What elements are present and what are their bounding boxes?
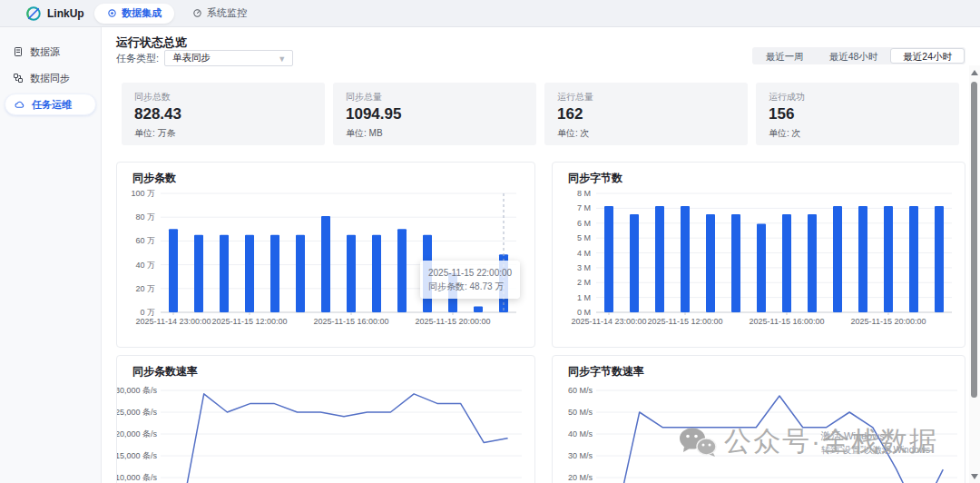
time-range-24h[interactable]: 最近24小时: [890, 48, 965, 64]
integration-icon: [107, 8, 117, 18]
chart-sync-count: 同步条数 100 万80 万60 万40 万20 万0 万2025-11-14 …: [116, 162, 535, 348]
svg-text:3 M: 3 M: [577, 263, 591, 272]
chart-sync-bytes-rate: 同步字节数速率 60 M/s50 M/s40 M/s30 M/s20 M/s: [552, 355, 965, 483]
wechat-watermark-text: 公众号·全栈数据: [724, 423, 938, 460]
stat-unit: 单位: 次: [557, 127, 735, 140]
svg-text:20,000 条/s: 20,000 条/s: [117, 429, 157, 439]
svg-text:10,000 条/s: 10,000 条/s: [117, 473, 157, 482]
bar-chart-canvas[interactable]: 100 万80 万60 万40 万20 万0 万2025-11-14 23:00…: [117, 163, 535, 348]
datasource-icon: [13, 46, 24, 57]
svg-text:30,000 条/s: 30,000 条/s: [117, 386, 157, 395]
linkup-logo-icon: [25, 5, 42, 22]
page-title: 运行状态总览: [116, 34, 187, 51]
svg-text:2025-11-15 16:00:00: 2025-11-15 16:00:00: [750, 317, 825, 326]
svg-text:25,000 条/s: 25,000 条/s: [117, 408, 157, 417]
chart-sync-count-rate: 同步条数速率 30,000 条/s25,000 条/s20,000 条/s15,…: [116, 355, 535, 483]
stat-label: 运行总量: [557, 91, 735, 104]
sidebar-item-datasource[interactable]: 数据源: [5, 41, 96, 63]
app-window: LinkUp 数据集成 系统监控: [0, 0, 980, 483]
scrollbar-down-icon[interactable]: [971, 474, 978, 479]
stat-value: 828.43: [134, 105, 312, 123]
scrollbar-thumb[interactable]: [971, 82, 977, 398]
chart-title: 同步字节数速率: [568, 364, 644, 380]
sidebar-item-label: 任务运维: [32, 98, 72, 112]
datasync-icon: [13, 73, 24, 84]
stat-card-run-total: 运行总量 162 单位: 次: [544, 83, 748, 145]
stat-value: 162: [557, 105, 735, 123]
stat-label: 同步总量: [346, 91, 524, 104]
svg-text:6 M: 6 M: [577, 219, 591, 228]
stat-cards: 同步总数 828.43 单位: 万条 同步总量 1094.95 单位: MB 运…: [122, 83, 959, 145]
monitor-icon: [192, 8, 202, 18]
svg-text:4 M: 4 M: [577, 249, 591, 258]
stat-card-run-success: 运行成功 156 单位: 次: [756, 83, 959, 145]
top-bar: LinkUp 数据集成 系统监控: [0, 0, 980, 27]
stat-unit: 单位: 次: [769, 127, 946, 140]
stat-unit: 单位: 万条: [134, 127, 312, 140]
svg-text:7 M: 7 M: [577, 203, 591, 212]
svg-text:80 万: 80 万: [135, 212, 155, 222]
tab-label: 数据集成: [122, 6, 162, 20]
chevron-down-icon: ▼: [278, 54, 286, 64]
stat-value: 156: [769, 105, 946, 123]
svg-text:1 M: 1 M: [577, 293, 591, 302]
main-content: 运行状态总览 任务类型: 单表同步 ▼ 最近一周 最近48小时 最近24小时 同…: [102, 27, 969, 483]
stat-unit: 单位: MB: [346, 127, 524, 140]
svg-text:8 M: 8 M: [577, 189, 591, 198]
time-range-control: 最近一周 最近48小时 最近24小时: [752, 47, 965, 64]
wechat-watermark: 公众号·全栈数据: [679, 423, 938, 460]
stat-label: 同步总数: [134, 91, 312, 104]
time-range-48h[interactable]: 最近48小时: [817, 48, 891, 64]
bar-chart-canvas[interactable]: 8 M7 M6 M5 M4 M3 M2 M1 M0 M2025-11-14 23…: [553, 163, 965, 348]
svg-text:2025-11-15 12:00:00: 2025-11-15 12:00:00: [212, 317, 288, 326]
svg-text:2025-11-14 23:00:00: 2025-11-14 23:00:00: [572, 317, 647, 326]
cloud-icon: [14, 99, 25, 111]
top-nav: 数据集成 系统监控: [94, 4, 260, 24]
svg-text:50 M/s: 50 M/s: [568, 408, 593, 417]
svg-text:20 M/s: 20 M/s: [568, 473, 593, 482]
svg-text:2025-11-15 20:00:00: 2025-11-15 20:00:00: [416, 317, 491, 326]
svg-text:100 万: 100 万: [131, 189, 155, 198]
stat-label: 运行成功: [769, 91, 946, 104]
app-logo: LinkUp: [0, 5, 102, 22]
tab-system-monitor[interactable]: 系统监控: [180, 4, 260, 24]
sidebar: 数据源 数据同步 任务运维: [0, 27, 102, 483]
wechat-icon: [679, 427, 717, 458]
chart-title: 同步条数速率: [132, 364, 198, 380]
svg-text:20 万: 20 万: [135, 284, 155, 293]
svg-text:2025-11-14 23:00:00: 2025-11-14 23:00:00: [136, 317, 211, 326]
time-range-week[interactable]: 最近一周: [753, 48, 817, 64]
task-type-select[interactable]: 单表同步 ▼: [164, 50, 293, 66]
vertical-scrollbar[interactable]: [969, 65, 980, 483]
scrollbar-up-icon[interactable]: [971, 70, 978, 75]
tooltip-value: 同步条数: 48.73 万: [428, 280, 512, 293]
sidebar-item-datasync[interactable]: 数据同步: [5, 67, 96, 89]
tooltip-time: 2025-11-15 22:00:00: [428, 266, 512, 280]
svg-text:2025-11-15 16:00:00: 2025-11-15 16:00:00: [314, 317, 389, 326]
svg-text:30 M/s: 30 M/s: [568, 451, 593, 460]
svg-text:0 M: 0 M: [577, 308, 591, 317]
app-title: LinkUp: [47, 7, 84, 20]
chart-title: 同步条数: [132, 171, 176, 186]
stat-card-sync-volume: 同步总量 1094.95 单位: MB: [333, 83, 536, 145]
svg-text:60 万: 60 万: [135, 236, 155, 245]
svg-text:40 M/s: 40 M/s: [568, 429, 593, 439]
svg-text:60 M/s: 60 M/s: [568, 386, 593, 395]
sidebar-item-task-ops[interactable]: 任务运维: [5, 94, 96, 115]
chart-sync-bytes: 同步字节数 8 M7 M6 M5 M4 M3 M2 M1 M0 M2025-11…: [552, 162, 965, 348]
svg-text:15,000 条/s: 15,000 条/s: [117, 451, 157, 460]
task-type-filter: 任务类型: 单表同步 ▼: [116, 50, 293, 66]
tab-label: 系统监控: [207, 6, 247, 20]
chart-tooltip: 2025-11-15 22:00:00 同步条数: 48.73 万: [420, 261, 520, 299]
sidebar-item-label: 数据同步: [30, 72, 70, 85]
task-type-value: 单表同步: [172, 52, 211, 64]
svg-text:5 M: 5 M: [577, 233, 591, 242]
chart-title: 同步字节数: [568, 171, 622, 186]
svg-text:40 万: 40 万: [135, 261, 155, 270]
tab-data-integration[interactable]: 数据集成: [94, 4, 174, 24]
sidebar-item-label: 数据源: [30, 45, 60, 59]
task-type-label: 任务类型:: [116, 52, 159, 65]
stat-card-sync-count: 同步总数 828.43 单位: 万条: [122, 83, 325, 145]
stat-value: 1094.95: [346, 105, 524, 123]
svg-text:2 M: 2 M: [577, 278, 591, 287]
